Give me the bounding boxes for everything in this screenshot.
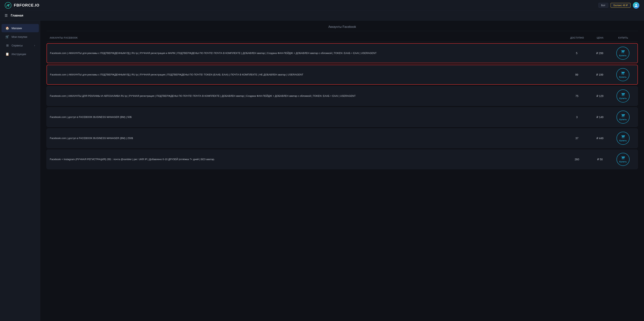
doc-icon: 📋 <box>6 52 9 56</box>
row-price: ₽ 299 <box>588 52 611 55</box>
cart-button-icon <box>621 135 625 139</box>
header-buy: КУПИТЬ <box>612 36 635 39</box>
topbar: FBFORCE.IO Бот Баланс 46 ₽ <box>0 0 644 11</box>
row-price: ₽ 149 <box>588 116 612 119</box>
header-available: ДОСТУПНО <box>566 36 589 39</box>
svg-point-1 <box>7 4 9 6</box>
table-row: Facebook.com | АККАУНТЫ ДЛЯ РЕКЛАМЫ И АВ… <box>46 86 638 106</box>
row-buy-cell: Купить <box>612 111 634 124</box>
row-available: 260 <box>565 158 588 161</box>
user-icon <box>634 4 638 7</box>
buy-button[interactable]: Купить <box>616 153 630 166</box>
grid-icon: ⊞ <box>6 44 9 47</box>
bot-button[interactable]: Бот <box>598 3 608 8</box>
cart-button-icon <box>621 50 625 54</box>
layout: 🏠 Магазин 🛒 Мои покупки ⊞ Сервисы › 📋 Ин… <box>0 20 644 321</box>
buy-button[interactable]: Купить <box>616 132 630 145</box>
buy-label: Купить <box>620 97 627 99</box>
buy-button[interactable]: Купить <box>616 89 630 103</box>
section-title: Аккаунты Facebook <box>46 25 638 31</box>
main-content: Аккаунты Facebook АККАУНТЫ FACEBOOK ДОСТ… <box>40 20 644 321</box>
row-description: Facebook.com | АККАУНТЫ для рекламы с ПО… <box>50 51 565 55</box>
table-row: Facebook.com | доступ в FACEBOOK BUSINES… <box>46 107 638 127</box>
row-price: ₽ 50 <box>588 158 612 161</box>
sidebar-item-purchases-label: Мои покупки <box>12 35 27 38</box>
header-price: ЦЕНА <box>589 36 612 39</box>
row-buy-cell: Купить <box>612 153 634 166</box>
table-row: Facebook + Instagram (РУЧНАЯ РЕГИСТРАЦИЯ… <box>46 150 638 169</box>
sidebar-item-services[interactable]: ⊞ Сервисы › <box>2 41 39 49</box>
home-icon: 🏠 <box>6 26 9 30</box>
table-row: Facebook.com | АККАУНТЫ для рекламы с ПО… <box>46 65 638 85</box>
table-header: АККАУНТЫ FACEBOOK ДОСТУПНО ЦЕНА КУПИТЬ <box>46 34 638 42</box>
row-description: Facebook.com | АККАУНТЫ для рекламы с ПО… <box>50 73 565 77</box>
topbar-left: FBFORCE.IO <box>4 2 40 9</box>
sidebar-item-instructions-label: Инструкции <box>12 53 26 56</box>
row-available: 99 <box>565 73 588 76</box>
logo-text: FBFORCE.IO <box>14 3 40 7</box>
buy-button[interactable]: Купить <box>616 47 630 60</box>
row-description: Facebook.com | доступ в FACEBOOK BUSINES… <box>50 115 565 119</box>
row-price: ₽ 199 <box>588 73 611 76</box>
row-available: 5 <box>565 52 588 55</box>
avatar[interactable] <box>633 2 640 9</box>
sidebar-item-services-label: Сервисы <box>12 44 23 47</box>
sidebar-item-shop[interactable]: 🏠 Магазин <box>2 24 39 32</box>
secondary-nav: ☰ Главная <box>0 11 644 20</box>
buy-button[interactable]: Купить <box>616 111 630 124</box>
row-available: 75 <box>565 94 588 98</box>
buy-label: Купить <box>619 54 626 57</box>
row-available: 37 <box>565 137 588 140</box>
header-name: АККАУНТЫ FACEBOOK <box>50 36 566 39</box>
sidebar-item-instructions[interactable]: 📋 Инструкции <box>2 50 39 58</box>
row-description: Facebook.com | АККАУНТЫ ДЛЯ РЕКЛАМЫ И АВ… <box>50 94 565 98</box>
cart-button-icon <box>621 93 625 96</box>
chevron-right-icon: › <box>34 44 35 47</box>
buy-label: Купить <box>620 139 627 142</box>
row-available: 3 <box>565 116 588 119</box>
balance-button[interactable]: Баланс 46 ₽ <box>610 3 630 8</box>
row-buy-cell: Купить <box>611 68 634 81</box>
row-buy-cell: Купить <box>612 89 634 103</box>
buy-label: Купить <box>619 76 626 78</box>
buy-button[interactable]: Купить <box>616 68 630 81</box>
cart-button-icon <box>621 114 625 118</box>
page-title: Главная <box>11 14 23 17</box>
row-price: ₽ 129 <box>588 94 612 98</box>
row-description: Facebook + Instagram (РУЧНАЯ РЕГИСТРАЦИЯ… <box>50 158 565 161</box>
buy-label: Купить <box>620 118 627 121</box>
buy-label: Купить <box>620 160 627 163</box>
topbar-right: Бот Баланс 46 ₽ <box>598 2 640 9</box>
product-table: АККАУНТЫ FACEBOOK ДОСТУПНО ЦЕНА КУПИТЬ F… <box>46 34 638 169</box>
logo-icon <box>4 2 12 9</box>
row-price: ₽ 449 <box>588 137 612 140</box>
hamburger-icon[interactable]: ☰ <box>4 13 8 18</box>
sidebar-item-shop-label: Магазин <box>12 27 22 30</box>
row-buy-cell: Купить <box>611 47 634 60</box>
sidebar: 🏠 Магазин 🛒 Мои покупки ⊞ Сервисы › 📋 Ин… <box>0 20 40 321</box>
table-row: Facebook.com | доступ в FACEBOOK BUSINES… <box>46 129 638 148</box>
cart-button-icon <box>621 71 625 75</box>
row-description: Facebook.com | доступ в FACEBOOK BUSINES… <box>50 136 565 140</box>
table-row: Facebook.com | АККАУНТЫ для рекламы с ПО… <box>46 43 638 63</box>
cart-icon: 🛒 <box>6 35 9 39</box>
cart-button-icon <box>621 156 625 160</box>
row-buy-cell: Купить <box>612 132 634 145</box>
sidebar-item-purchases[interactable]: 🛒 Мои покупки <box>2 33 39 41</box>
